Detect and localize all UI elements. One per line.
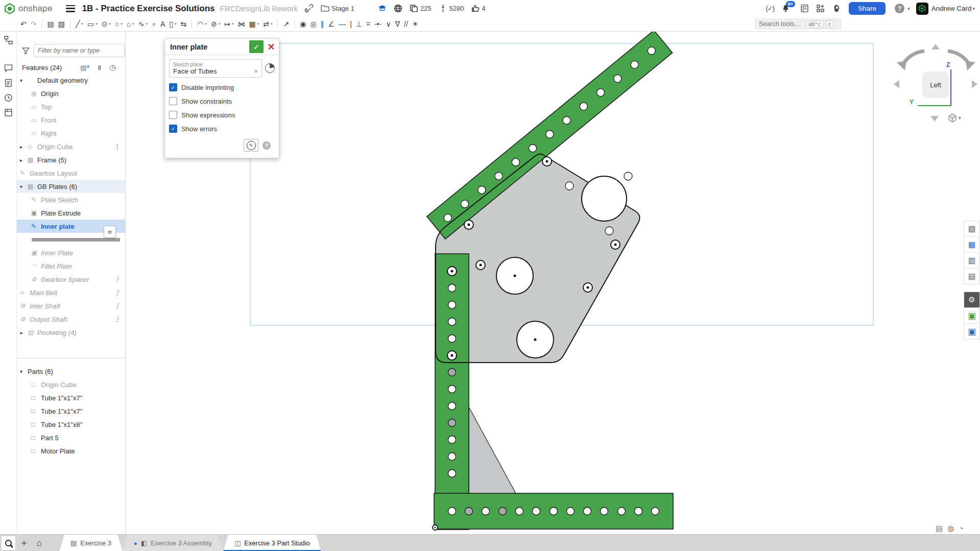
filter-input[interactable] <box>34 44 125 57</box>
trim-tool-button[interactable]: ⊘ ▾ <box>209 18 222 30</box>
center-circle-tool-button[interactable]: ⊙ ▾ <box>100 18 112 30</box>
section-view-icon[interactable]: ◔ <box>959 524 963 533</box>
point-tool-button[interactable]: ∘ <box>150 18 158 30</box>
parallel-constraint-button[interactable]: ∥ <box>319 18 326 30</box>
polygon-tool-button[interactable]: ⌂ ▾ <box>125 18 136 30</box>
overflow-menu-icon[interactable]: ⋮ <box>114 289 125 296</box>
vertical-tube[interactable] <box>435 254 469 530</box>
horizontal-constraint-button[interactable]: — <box>337 18 347 30</box>
overflow-menu-icon[interactable]: ⋮ <box>114 276 125 283</box>
rectangle-tool-button[interactable]: ▭ ▾ <box>86 18 99 30</box>
add-tab-button[interactable]: + <box>16 535 32 551</box>
render-sphere-icon[interactable]: ◍ <box>947 524 954 533</box>
copy-link-icon[interactable] <box>305 4 314 13</box>
onshape-logo-icon[interactable] <box>4 3 15 14</box>
bom-table-button[interactable]: ▦ <box>964 236 980 253</box>
document-tab[interactable]: ◫ Exercise 3 Part Studio <box>223 535 321 551</box>
tree-row[interactable]: ▣ Inner Plate <box>17 246 125 259</box>
tree-row[interactable]: ▭ Top <box>17 100 125 113</box>
versions-icon[interactable] <box>4 36 13 44</box>
learning-center-icon[interactable] <box>832 4 841 13</box>
tree-row[interactable]: ▸ ▤ Frame (5) <box>17 153 125 166</box>
part-row[interactable]: □ Origin Cube <box>17 378 125 391</box>
search-tools-input[interactable] <box>758 20 804 28</box>
tree-caret-icon[interactable]: ▾ <box>20 369 28 374</box>
length-stat[interactable]: 5280 <box>439 4 464 13</box>
overflow-menu-icon[interactable]: ⋮ <box>114 316 125 323</box>
design-handbook-button[interactable]: ▣ <box>964 307 980 324</box>
help-menu-button[interactable]: ? ▾ <box>895 4 910 13</box>
offset-tool-button[interactable]: ⇆ <box>179 18 188 30</box>
rotate-left-arrow[interactable] <box>894 80 899 88</box>
tree-row[interactable]: ⚙ Gearbox Spacer ⋮ <box>17 273 125 286</box>
dimension-tool-button[interactable]: ↗ <box>281 18 291 30</box>
tree-row[interactable]: ▾ Default geometry <box>17 74 125 87</box>
redo-button[interactable]: ↷ <box>29 18 38 30</box>
suppress-pause-icon[interactable]: ‖ <box>98 64 101 71</box>
insert-dxf-button[interactable]: ▤ <box>45 18 55 30</box>
tree-row[interactable]: ▣ Plate Extrude <box>17 206 125 220</box>
featurescript-icon[interactable]: {✓} <box>766 5 775 12</box>
mirror-tool-button[interactable]: ⋈ <box>236 18 246 30</box>
rotate-up-arrow[interactable] <box>931 44 940 50</box>
tangent-constraint-button[interactable]: ∠ <box>327 18 337 30</box>
undo-button[interactable]: ↶ <box>19 18 28 30</box>
release-tasks-icon[interactable] <box>800 4 809 13</box>
search-tabs-button[interactable] <box>2 536 15 550</box>
midpoint-constraint-button[interactable]: -•- <box>373 18 383 30</box>
coincident-constraint-button[interactable]: ◉ <box>298 18 307 30</box>
linear-pattern-button[interactable]: ▦ ▾ <box>247 18 260 30</box>
avatar[interactable] <box>916 3 928 15</box>
tree-caret-icon[interactable]: ▸ <box>20 330 28 336</box>
symmetric-constraint-button[interactable]: ∨ <box>384 18 392 30</box>
fix-constraint-button[interactable]: ∇ <box>394 18 401 30</box>
normal-button[interactable]: ☀ <box>411 18 420 30</box>
confirm-button[interactable]: ✓ <box>249 40 264 53</box>
parts-header-row[interactable]: ▾ Parts (6) <box>17 365 125 378</box>
share-button[interactable]: Share <box>849 2 886 15</box>
text-tool-button[interactable]: A <box>159 18 166 30</box>
main-menu-button[interactable] <box>66 5 75 12</box>
checkbox-row[interactable]: ✓ Show errors <box>169 125 275 133</box>
checkbox[interactable]: ✓ <box>169 125 177 133</box>
sketch-mode-button[interactable]: ✎ <box>244 139 258 152</box>
tree-caret-icon[interactable]: ▾ <box>20 78 28 83</box>
concentric-constraint-button[interactable]: ◎ <box>308 18 318 30</box>
tree-row[interactable]: ◠ Fillet Plate <box>17 259 125 273</box>
view-cube-menu-button[interactable]: ▾ <box>947 113 961 123</box>
separator[interactable] <box>294 19 295 29</box>
vertical-constraint-button[interactable]: | <box>348 18 353 30</box>
spline-tool-button[interactable]: ∿ ▾ <box>137 18 149 30</box>
copies-stat[interactable]: 225 <box>410 4 432 13</box>
print-preview-icon[interactable]: ▤ <box>936 524 943 533</box>
cancel-button[interactable]: ✕ <box>264 41 279 53</box>
line-tool-button[interactable]: ╱ ▾ <box>74 18 85 30</box>
crosshatch-button[interactable]: // <box>402 18 410 30</box>
app-store-icon[interactable] <box>816 4 825 13</box>
model-canvas[interactable] <box>0 0 980 551</box>
tree-row[interactable]: ▭ Front <box>17 113 125 127</box>
perpendicular-constraint-button[interactable]: ⊥ <box>354 18 364 30</box>
fillet-tool-button[interactable]: ◠ ▾ <box>196 18 208 30</box>
likes-stat[interactable]: 4 <box>471 4 486 13</box>
separator[interactable] <box>70 19 70 29</box>
new-folder-icon[interactable]: ▤+ <box>80 64 89 71</box>
document-tab[interactable]: ● ◧ Exercise 3 Assembly <box>123 535 223 551</box>
checkbox[interactable] <box>169 97 177 105</box>
part-row[interactable]: □ Part 5 <box>17 431 125 444</box>
tree-row[interactable]: ✎ Plate Sketch <box>17 193 125 206</box>
chevron-down-icon[interactable]: ▾ <box>972 6 975 11</box>
insert-image-button[interactable]: ▧ <box>57 18 66 30</box>
tree-caret-icon[interactable]: ▸ <box>20 144 28 150</box>
library-icon[interactable] <box>4 108 13 117</box>
custom-feature-panel-button[interactable]: ⚙ <box>964 292 980 308</box>
tree-row[interactable]: ⚙ Output Shaft ⋮ <box>17 313 125 326</box>
overflow-menu-icon[interactable]: ⋮ <box>114 143 125 150</box>
separator[interactable] <box>277 19 278 29</box>
notifications-button[interactable]: 9+ <box>781 4 790 13</box>
home-tab-button[interactable]: ⌂ <box>32 535 47 551</box>
tree-row[interactable]: ▸ ◇ Origin Cube ⋮ <box>17 140 125 153</box>
tasks-icon[interactable] <box>4 79 13 87</box>
equal-constraint-button[interactable]: = <box>365 18 372 30</box>
feature-flyout-button[interactable]: ≡ <box>104 226 116 238</box>
